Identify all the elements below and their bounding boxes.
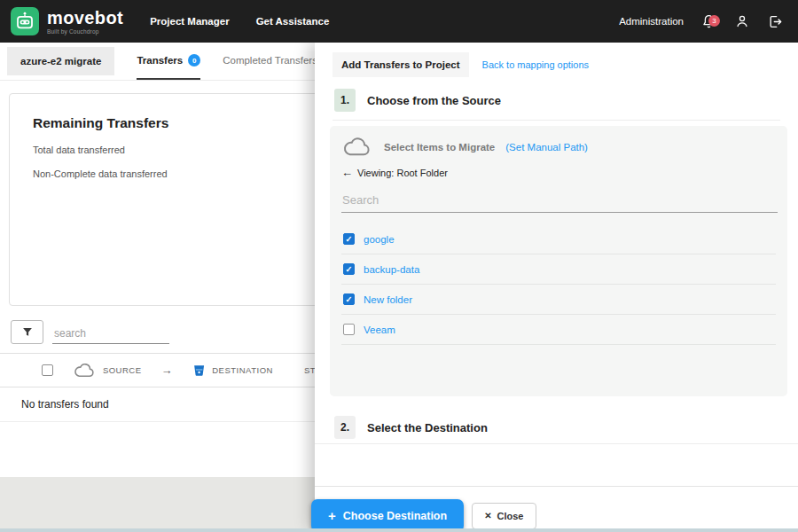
funnel-icon [21, 326, 34, 339]
step-1-heading: 1. Choose from the Source [334, 89, 501, 112]
select-all-checkbox[interactable] [42, 364, 53, 376]
close-button[interactable]: ✕ Close [472, 503, 536, 529]
viewing-breadcrumb: ← Viewing: Root Folder [341, 166, 776, 179]
item-checkbox[interactable] [343, 233, 355, 245]
item-label[interactable]: backup-data [364, 264, 419, 275]
header-right: Administration 3 [619, 13, 784, 30]
select-items-title: Select Items to Migrate [384, 142, 495, 153]
choose-destination-label: Choose Destination [343, 510, 447, 522]
panel-header: Add Transfers to Project Back to mapping… [332, 52, 589, 77]
list-item[interactable]: New folder [341, 285, 776, 315]
cloud-icon [341, 137, 373, 158]
viewing-label: Viewing: Root Folder [357, 168, 448, 178]
transfers-count-badge: 0 [188, 54, 200, 66]
logout-button[interactable] [767, 13, 784, 30]
noncomplete-data-label: Non-Complete data transferred [33, 168, 315, 179]
brand-tagline: Built by Couchdrop [47, 28, 123, 35]
items-search-input[interactable] [341, 188, 778, 213]
divider [315, 443, 798, 444]
panel-footer: + Choose Destination ✕ Close [311, 499, 536, 532]
remaining-transfers-card: Remaining Transfers Total data transferr… [9, 93, 339, 306]
table-header-row: SOURCE → DESTINATION STATUS [0, 353, 339, 387]
nav-get-assistance[interactable]: Get Assistance [256, 16, 330, 27]
item-checkbox[interactable] [343, 293, 355, 305]
add-transfers-panel: Add Transfers to Project Back to mapping… [315, 43, 798, 528]
nav-project-manager[interactable]: Project Manager [150, 16, 229, 27]
item-label[interactable]: Veeam [364, 325, 395, 335]
divider [332, 120, 780, 121]
list-item[interactable]: backup-data [341, 254, 776, 285]
transfers-search-input[interactable] [52, 324, 169, 344]
back-arrow-icon[interactable]: ← [341, 166, 353, 179]
notifications-button[interactable]: 3 [700, 13, 717, 30]
choose-destination-button[interactable]: + Choose Destination [311, 499, 464, 532]
tab-completed-label: Completed Transfers [223, 55, 317, 66]
back-to-mapping-link[interactable]: Back to mapping options [482, 59, 589, 70]
item-checkbox[interactable] [343, 324, 355, 335]
list-item[interactable]: Veeam [341, 315, 776, 345]
filter-row [11, 320, 169, 344]
divider [315, 486, 798, 487]
close-label: Close [497, 511, 524, 521]
source-browser: Select Items to Migrate (Set Manual Path… [330, 126, 787, 396]
destination-header: DESTINATION [212, 365, 273, 375]
account-button[interactable] [734, 13, 750, 29]
total-data-label: Total data transferred [33, 145, 315, 155]
step-1-number: 1. [334, 89, 356, 112]
step-2-heading: 2. Select the Destination [334, 416, 488, 439]
destination-bucket-icon [192, 363, 206, 379]
items-list: google backup-data New folder Veeam [341, 224, 776, 345]
filter-button[interactable] [11, 320, 43, 344]
robot-icon [14, 11, 35, 32]
notification-count-badge: 3 [708, 15, 720, 27]
brand-name: movebot [47, 9, 123, 27]
project-name-chip[interactable]: azure-e2 migrate [7, 47, 114, 75]
source-header: SOURCE [103, 365, 142, 375]
brand-text: movebot Built by Couchdrop [47, 9, 123, 35]
logout-icon [767, 13, 784, 30]
top-header: movebot Built by Couchdrop Project Manag… [0, 0, 798, 43]
administration-link[interactable]: Administration [619, 16, 684, 27]
bottom-accent-strip [0, 528, 798, 532]
app-window: movebot Built by Couchdrop Project Manag… [0, 0, 798, 532]
step-2-number: 2. [334, 416, 356, 439]
item-label[interactable]: New folder [364, 294, 412, 305]
source-browser-header: Select Items to Migrate (Set Manual Path… [341, 137, 776, 158]
tab-transfers[interactable]: Transfers 0 [137, 43, 200, 80]
transfers-table: SOURCE → DESTINATION STATUS No transfers… [0, 353, 339, 422]
close-icon: ✕ [484, 511, 491, 520]
card-title: Remaining Transfers [33, 115, 315, 131]
list-item[interactable]: google [341, 224, 776, 254]
table-empty-message: No transfers found [0, 387, 339, 422]
set-manual-path-link[interactable]: (Set Manual Path) [505, 142, 588, 153]
step-2-title: Select the Destination [367, 421, 488, 434]
step-1-title: Choose from the Source [367, 94, 501, 107]
plus-icon: + [328, 508, 336, 523]
panel-title: Add Transfers to Project [332, 52, 469, 77]
item-checkbox[interactable] [343, 263, 355, 275]
source-cloud-icon [73, 362, 97, 379]
movebot-logo[interactable] [11, 7, 39, 35]
arrow-right-icon: → [161, 364, 174, 377]
tab-transfers-label: Transfers [137, 55, 183, 66]
person-icon [734, 13, 750, 29]
item-label[interactable]: google [364, 234, 395, 245]
